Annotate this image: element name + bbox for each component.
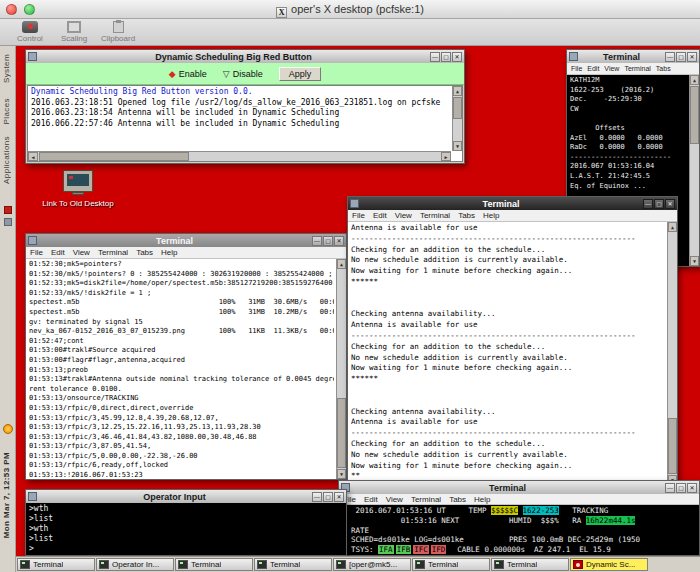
taskbar-button-terminal-5[interactable]: Terminal	[491, 558, 569, 571]
menu-item[interactable]: Help	[483, 211, 499, 220]
titlebar[interactable]: Terminal — ▢ ✕	[339, 481, 699, 494]
vertical-scrollbar[interactable]: ▲ ▼	[336, 259, 346, 479]
titlebar[interactable]: Terminal — ▢ ✕	[26, 234, 346, 247]
panel-app-icon-2[interactable]	[4, 218, 12, 226]
menu-item[interactable]: Help	[161, 248, 177, 257]
menu-item[interactable]: Tabs	[656, 65, 671, 72]
menu-item[interactable]: File	[30, 248, 43, 257]
notification-icon[interactable]	[3, 424, 13, 434]
close-button[interactable]: ✕	[687, 483, 697, 493]
menu-item[interactable]: Tabs	[449, 495, 466, 504]
taskbar-button-terminal-4[interactable]: Terminal	[412, 558, 490, 571]
window-menu-icon[interactable]	[28, 52, 37, 61]
minimize-button[interactable]: —	[643, 199, 653, 209]
disable-option[interactable]: ▽ Disable	[223, 69, 263, 79]
minimize-button[interactable]: —	[430, 52, 440, 62]
terminal-output[interactable]: 2016.067.01:53:16 UT TEMP $$$$$C 1622-25…	[339, 505, 699, 555]
enable-option[interactable]: ◆ Enable	[169, 69, 207, 79]
window-menu-icon[interactable]	[28, 492, 37, 501]
menu-item[interactable]: View	[604, 65, 619, 72]
minimize-button[interactable]: —	[312, 236, 322, 246]
menu-item[interactable]: View	[386, 495, 403, 504]
panel-drawer-places[interactable]: Places	[2, 98, 11, 124]
menu-item[interactable]: View	[73, 248, 90, 257]
vertical-scrollbar[interactable]: ▲ ▼	[452, 86, 462, 151]
window-menu-icon[interactable]	[350, 199, 359, 208]
maximize-button[interactable]: ▢	[676, 483, 686, 493]
menu-item[interactable]: Tabs	[458, 211, 475, 220]
terminal-output[interactable]: 01:52:30;mk5=pointers?01:52:30/mk5/!poin…	[26, 259, 346, 479]
menu-item[interactable]: Edit	[364, 495, 378, 504]
terminal-output[interactable]: Antenna is available for use------------…	[348, 222, 677, 485]
scroll-up-button[interactable]: ▲	[453, 86, 462, 96]
taskbar-button-ssh-mk5[interactable]: [oper@mk5...	[333, 558, 411, 571]
terminal-line: 01:53:13;preob	[29, 366, 334, 376]
menu-item[interactable]: Terminal	[411, 495, 441, 504]
panel-app-icon[interactable]	[4, 206, 12, 214]
menu-item[interactable]: Terminal	[420, 211, 450, 220]
apply-button[interactable]: Apply	[279, 67, 322, 81]
scroll-down-button[interactable]: ▼	[453, 141, 462, 151]
menu-item[interactable]: Edit	[373, 211, 387, 220]
window-menu-icon[interactable]	[28, 236, 37, 245]
menu-item[interactable]: Terminal	[624, 65, 650, 72]
menu-item[interactable]: Terminal	[98, 248, 128, 257]
scrollbar-thumb[interactable]	[39, 152, 189, 161]
menu-item[interactable]: File	[571, 65, 582, 72]
maximize-button[interactable]: ▢	[323, 492, 333, 502]
menu-item[interactable]: Help	[474, 495, 490, 504]
panel-drawer-applications[interactable]: Applications	[2, 136, 11, 184]
clipboard-button[interactable]: Clipboard	[96, 21, 140, 43]
maximize-button[interactable]: ▢	[654, 199, 664, 209]
menu-item[interactable]: File	[352, 211, 365, 220]
scroll-down-button[interactable]: ▼	[337, 469, 346, 479]
close-button[interactable]: ✕	[452, 52, 462, 62]
titlebar[interactable]: Terminal — ▢ ✕	[567, 50, 699, 63]
terminal-line: 01:53:13/onsource/TRACKING	[29, 394, 334, 404]
scrollbar-thumb[interactable]	[453, 97, 462, 119]
panel-drawer-system[interactable]: System	[2, 54, 11, 83]
maximize-button[interactable]: ▢	[323, 236, 333, 246]
minimize-button[interactable]: —	[312, 492, 322, 502]
close-button[interactable]: ✕	[334, 492, 344, 502]
taskbar-button-operator-input[interactable]: Operator In...	[96, 558, 174, 571]
close-button[interactable]: ✕	[665, 199, 675, 209]
menu-item[interactable]: Edit	[587, 65, 599, 72]
control-button[interactable]: Control	[8, 21, 52, 43]
menu-item[interactable]: Edit	[51, 248, 65, 257]
menu-item[interactable]: View	[395, 211, 412, 220]
maximize-button[interactable]: ▢	[676, 52, 686, 62]
taskbar-button-dynamic-scheduling[interactable]: Dynamic Sc...	[570, 558, 648, 571]
scrollbar-thumb[interactable]	[690, 86, 699, 144]
scroll-down-button[interactable]: ▼	[690, 256, 699, 266]
operator-input-area[interactable]: >wth>list>wth>list>	[26, 503, 346, 555]
taskbar-button-terminal-1[interactable]: Terminal	[17, 558, 95, 571]
taskbar-button-terminal-3[interactable]: Terminal	[254, 558, 332, 571]
scaling-button[interactable]: Scaling	[52, 21, 96, 43]
horizontal-scrollbar[interactable]: ◀ ▶	[28, 151, 451, 161]
titlebar[interactable]: Terminal — ▢ ✕	[348, 197, 677, 210]
scrollbar-thumb[interactable]	[668, 418, 677, 474]
menu-bar: FileEditViewTerminalTabs	[567, 63, 699, 75]
minimize-button[interactable]: —	[665, 483, 675, 493]
clock[interactable]: Mon Mar 7, 12:53 PM	[2, 452, 11, 538]
taskbar-button-terminal-2[interactable]: Terminal	[175, 558, 253, 571]
scroll-left-button[interactable]: ◀	[28, 152, 38, 161]
terminal-line: 01:53:13/rfpic/5,0.00,0.00,-22.38,-26.00	[29, 452, 334, 462]
scroll-right-button[interactable]: ▶	[441, 152, 451, 161]
scroll-up-button[interactable]: ▲	[337, 259, 346, 269]
vertical-scrollbar[interactable]: ▲ ▼	[667, 222, 677, 485]
scrollbar-thumb[interactable]	[337, 398, 346, 468]
scroll-up-button[interactable]: ▲	[690, 75, 699, 85]
close-button[interactable]: ✕	[334, 236, 344, 246]
close-button[interactable]: ✕	[687, 52, 697, 62]
menu-item[interactable]: Tabs	[136, 248, 153, 257]
window-menu-icon[interactable]	[569, 52, 578, 61]
titlebar[interactable]: Dynamic Scheduling Big Red Button — ▢ ✕	[26, 50, 464, 63]
maximize-button[interactable]: ▢	[441, 52, 451, 62]
scroll-up-button[interactable]: ▲	[668, 222, 677, 232]
desktop-shortcut-old-desktop[interactable]: Link To Old Desktop	[30, 170, 126, 208]
minimize-button[interactable]: —	[665, 52, 675, 62]
titlebar[interactable]: Operator Input — ▢ ✕	[26, 490, 346, 503]
vertical-scrollbar[interactable]: ▲ ▼	[689, 75, 699, 266]
